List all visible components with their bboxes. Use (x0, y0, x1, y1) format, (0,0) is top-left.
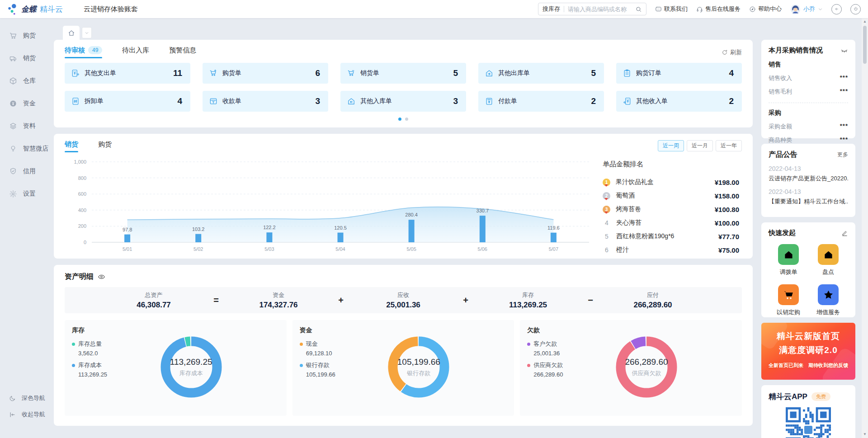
svg-text:5/05: 5/05 (406, 246, 416, 252)
star-icon (818, 284, 839, 305)
tile-count: 11 (173, 68, 182, 78)
legend-label: 库存总量 (78, 340, 102, 348)
ranking-item[interactable]: 4夹心海苔¥100.00 (603, 216, 739, 230)
sidebar-item-label: 资料 (23, 122, 36, 130)
brand-text-light: 精斗云 (40, 4, 63, 14)
service-link[interactable]: 售后在线服务 (696, 5, 741, 13)
tile-count: 5 (453, 68, 458, 78)
refresh-icon (722, 49, 728, 56)
pencil-icon[interactable] (841, 230, 848, 236)
announcement-text: 云进销存产品更新公告_20220... (769, 174, 848, 183)
tab-pending-inout[interactable]: 待出入库 (122, 46, 149, 58)
user-name[interactable]: 小乔 (803, 5, 815, 13)
sidebar-item-warehouse[interactable]: 仓库 (0, 70, 51, 92)
more-link[interactable]: 更多 (837, 151, 848, 159)
avatar (790, 4, 801, 14)
stat-row: 销售收入*** (769, 74, 848, 82)
stat-tile-other-inbound[interactable]: 其他入库单3 (340, 91, 466, 112)
eye-icon[interactable] (98, 273, 105, 281)
logout-button[interactable] (850, 4, 861, 14)
user-menu[interactable]: 小乔 (790, 4, 823, 14)
sidebar-item-settings[interactable]: 设置 (0, 183, 51, 205)
announcement-item[interactable]: 2022-04-13【重要通知】精斗云工作台域... (769, 188, 848, 206)
tab-trend-sales[interactable]: 销货 (65, 140, 78, 152)
svg-text:0: 0 (84, 240, 86, 245)
ranking-item[interactable]: 1果汁饮品礼盒¥198.00 (603, 175, 739, 189)
stat-tile-disassembly[interactable]: 拆卸单4 (65, 91, 190, 112)
pager-dot[interactable] (405, 118, 408, 121)
sidebar-item-label: 购货 (23, 32, 36, 40)
tab-pending-approval[interactable]: 待审核49 (65, 46, 102, 58)
stat-tile-sales[interactable]: 销货单5 (340, 63, 466, 84)
formula-item: 应收25,001.36 (360, 291, 446, 310)
contact-link[interactable]: 联系我们 (655, 5, 688, 13)
help-link[interactable]: 帮助中心 (749, 5, 782, 13)
stat-row: 采购金额*** (769, 122, 848, 131)
announcement-item[interactable]: 2022-04-13云进销存产品更新公告_20220... (769, 165, 848, 183)
scroll-up-icon[interactable]: ▲ (863, 18, 867, 25)
search-input[interactable] (568, 6, 635, 13)
sidebar-item-credit[interactable]: 信用 (0, 160, 51, 183)
ranking-item[interactable]: 3烤海苔卷¥100.80 (603, 203, 739, 216)
stat-tile-other-outbound[interactable]: 其他出库单5 (478, 63, 604, 84)
scroll-thumb[interactable] (863, 26, 867, 64)
stock-search-box[interactable]: 搜库存 (538, 3, 646, 15)
formula-operator: + (321, 295, 360, 306)
tab-alerts[interactable]: 预警信息 (169, 46, 196, 58)
section-heading: 采购 (769, 109, 848, 117)
eye-closed-icon[interactable] (840, 47, 848, 54)
period-button-week[interactable]: 近一周 (658, 140, 684, 151)
stat-tile-receipt[interactable]: 收款单3 (203, 91, 328, 112)
ranking-item[interactable]: 6橙汁¥75.00 (603, 243, 739, 257)
stat-value: *** (840, 74, 848, 82)
stat-tile-purchase[interactable]: 购货单6 (203, 63, 328, 84)
refresh-button[interactable]: 刷新 (722, 48, 742, 57)
page-scrollbar[interactable]: ▲ ▼ (862, 18, 868, 438)
ranking-item[interactable]: 5西红柿意粉酱190g*6¥77.70 (603, 230, 739, 243)
gear-icon (9, 190, 17, 198)
period-button-month[interactable]: 近一月 (687, 140, 713, 151)
formula-label: 应收 (360, 291, 446, 299)
sidebar-item-data[interactable]: 资料 (0, 115, 51, 137)
brand-logo[interactable]: 金蝶 精斗云 (7, 3, 63, 15)
legend-label: 供应商欠款 (533, 361, 563, 369)
home-tab[interactable] (63, 26, 80, 40)
legend-dot (72, 343, 75, 346)
product-name: 烤海苔卷 (616, 205, 709, 213)
stat-tile-other-expense[interactable]: 其他支出单11 (65, 63, 190, 84)
stat-tile-other-income[interactable]: 其他收入单2 (616, 91, 742, 112)
sidebar-item-funds[interactable]: 资金 (0, 92, 51, 115)
legend-dot (72, 364, 75, 367)
tab-trend-purchase[interactable]: 购货 (98, 140, 112, 152)
quick-action-transfer[interactable]: 调拨单 (778, 244, 799, 276)
back-old-version-button[interactable] (831, 4, 842, 14)
search-category[interactable]: 搜库存 (542, 5, 560, 13)
search-icon[interactable] (635, 6, 642, 13)
cart-minus-icon (347, 69, 356, 78)
sidebar-item-weidian[interactable]: 智慧微店 (0, 137, 51, 160)
tab-dropdown[interactable] (82, 27, 92, 38)
stat-tile-purchase-order[interactable]: 购货订单4 (616, 63, 742, 84)
survey-banner[interactable]: 精斗云新版首页 满意度调研2.0 全新首页已到来 期待收到您的反馈 (761, 323, 855, 380)
tile-label: 付款单 (498, 97, 517, 105)
banner-title-line2: 满意度调研2.0 (761, 344, 855, 356)
stat-tile-payment[interactable]: 付款单2 (478, 91, 604, 112)
svg-text:122.2: 122.2 (263, 225, 276, 230)
period-button-year[interactable]: 近一年 (716, 140, 742, 151)
product-amount: ¥77.70 (718, 233, 739, 240)
tile-label: 拆卸单 (85, 97, 104, 105)
pager-dot[interactable] (398, 118, 401, 121)
sidebar-item-sales[interactable]: 销货 (0, 47, 51, 70)
product-amount: ¥100.80 (715, 206, 739, 213)
quick-action-stocktake[interactable]: 盘点 (818, 244, 839, 276)
collapse-nav-button[interactable]: 收起导航 (0, 406, 51, 423)
chat-icon (655, 6, 662, 13)
scroll-down-icon[interactable]: ▼ (863, 431, 867, 438)
ranking-item[interactable]: 2葡萄酒¥158.00 (603, 189, 739, 203)
dark-nav-button[interactable]: 深色导航 (0, 390, 51, 406)
sidebar-item-purchase[interactable]: 购货 (0, 24, 51, 47)
formula-operator: − (571, 295, 610, 306)
dark-nav-label: 深色导航 (22, 394, 45, 402)
quick-action-purchase-by-sales[interactable]: 以销定购 (777, 284, 800, 316)
quick-action-value-added[interactable]: 增值服务 (816, 284, 840, 316)
